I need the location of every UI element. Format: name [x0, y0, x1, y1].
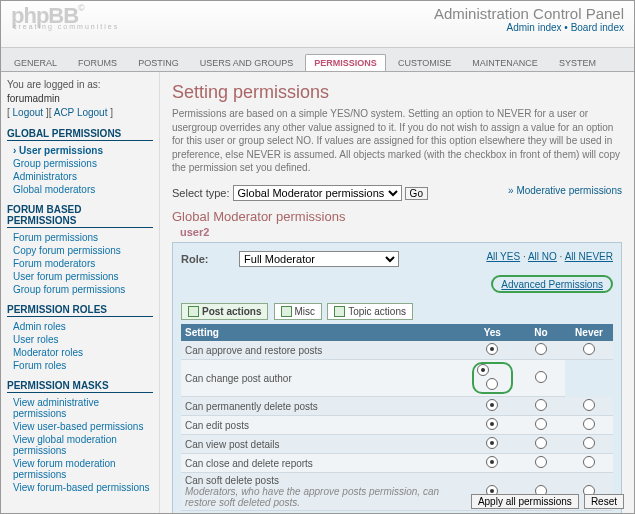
- sidebar-forum-permissions[interactable]: Forum permissions: [7, 231, 153, 244]
- radio-yes[interactable]: [486, 418, 498, 430]
- advanced-permissions-link[interactable]: Advanced Permissions: [501, 279, 603, 290]
- table-row: Can edit posts: [181, 416, 613, 435]
- sidebar-copy-forum-permissions[interactable]: Copy forum permissions: [7, 244, 153, 257]
- radio-yes[interactable]: [486, 399, 498, 411]
- sidebar-user-permissions[interactable]: User permissions: [7, 144, 153, 157]
- all-links: All YES · All NO · All NEVER: [486, 251, 613, 262]
- th-setting: Setting: [181, 324, 468, 341]
- sidebar-forum-roles[interactable]: Forum roles: [7, 359, 153, 372]
- permissions-panel: All YES · All NO · All NEVER Role: Full …: [172, 242, 622, 515]
- radio-never[interactable]: [583, 399, 595, 411]
- go-button[interactable]: Go: [405, 187, 428, 200]
- cat-permission-masks: PERMISSION MASKS: [7, 380, 153, 393]
- sidebar-forum-moderators[interactable]: Forum moderators: [7, 257, 153, 270]
- th-yes[interactable]: Yes: [468, 324, 517, 341]
- tab-users-groups[interactable]: USERS AND GROUPS: [191, 54, 303, 71]
- sidebar-view-forum-mod-perms[interactable]: View forum moderation permissions: [7, 457, 153, 481]
- all-no-link[interactable]: All NO: [528, 251, 557, 262]
- acp-logout-link[interactable]: ACP Logout: [54, 107, 108, 118]
- highlight-oval: [472, 362, 513, 394]
- role-label: Role:: [181, 253, 236, 265]
- sidebar-view-admin-perms[interactable]: View administrative permissions: [7, 396, 153, 420]
- role-select[interactable]: Full Moderator: [239, 251, 399, 267]
- checkbox-icon: [281, 306, 292, 317]
- sidebar-group-permissions[interactable]: Group permissions: [7, 157, 153, 170]
- table-row: Can approve and restore posts: [181, 341, 613, 360]
- table-row: Can permanently delete posts: [181, 397, 613, 416]
- subtab-post-actions[interactable]: Post actions: [181, 303, 268, 321]
- admin-index-link[interactable]: Admin index: [507, 22, 562, 33]
- sidebar-group-forum-permissions[interactable]: Group forum permissions: [7, 283, 153, 296]
- select-type-label: Select type:: [172, 187, 233, 199]
- radio-never[interactable]: [583, 437, 595, 449]
- moderative-permissions-link[interactable]: » Moderative permissions: [508, 185, 622, 196]
- radio-no[interactable]: [535, 437, 547, 449]
- subtab-misc[interactable]: Misc: [274, 303, 323, 321]
- th-never[interactable]: Never: [565, 324, 613, 341]
- section-heading: Global Moderator permissions: [172, 209, 622, 224]
- th-no[interactable]: No: [517, 324, 565, 341]
- tab-customise[interactable]: CUSTOMISE: [389, 54, 460, 71]
- sidebar-user-roles[interactable]: User roles: [7, 333, 153, 346]
- sidebar-view-global-mod-perms[interactable]: View global moderation permissions: [7, 433, 153, 457]
- sidebar-view-user-perms[interactable]: View user-based permissions: [7, 420, 153, 433]
- radio-no[interactable]: [486, 378, 498, 390]
- main-tabs: GENERAL FORUMS POSTING USERS AND GROUPS …: [1, 48, 634, 72]
- content-desc: Permissions are based on a simple YES/NO…: [172, 107, 622, 175]
- sidebar-user-forum-permissions[interactable]: User forum permissions: [7, 270, 153, 283]
- tab-system[interactable]: SYSTEM: [550, 54, 605, 71]
- cat-permission-roles: PERMISSION ROLES: [7, 304, 153, 317]
- radio-no[interactable]: [535, 343, 547, 355]
- radio-never[interactable]: [535, 371, 547, 383]
- user-label: user2: [180, 226, 622, 238]
- cat-forum-perms: FORUM BASED PERMISSIONS: [7, 204, 153, 228]
- table-row: Can change post author: [181, 360, 613, 397]
- radio-yes[interactable]: [486, 343, 498, 355]
- tab-maintenance[interactable]: MAINTENANCE: [463, 54, 547, 71]
- checkbox-icon: [334, 306, 345, 317]
- board-index-link[interactable]: Board index: [571, 22, 624, 33]
- radio-never[interactable]: [583, 418, 595, 430]
- advanced-oval: Advanced Permissions: [491, 275, 613, 293]
- login-info: You are logged in as: forumadmin [ Logou…: [7, 78, 153, 120]
- logo-subtitle: creating communities: [13, 23, 119, 30]
- logout-link[interactable]: Logout: [13, 107, 44, 118]
- sidebar-global-moderators[interactable]: Global moderators: [7, 183, 153, 196]
- content-heading: Setting permissions: [172, 82, 622, 103]
- radio-yes[interactable]: [486, 456, 498, 468]
- checkbox-icon: [188, 306, 199, 317]
- apply-all-permissions-button[interactable]: Apply all permissions: [471, 494, 579, 509]
- radio-no[interactable]: [535, 399, 547, 411]
- reset-button[interactable]: Reset: [584, 494, 624, 509]
- cat-global-perms: GLOBAL PERMISSIONS: [7, 128, 153, 141]
- sidebar-administrators[interactable]: Administrators: [7, 170, 153, 183]
- radio-no[interactable]: [535, 418, 547, 430]
- sidebar-moderator-roles[interactable]: Moderator roles: [7, 346, 153, 359]
- permissions-table: Setting Yes No Never Can approve and res…: [181, 324, 613, 511]
- subtab-topic-actions[interactable]: Topic actions: [327, 303, 413, 321]
- all-yes-link[interactable]: All YES: [486, 251, 520, 262]
- radio-never[interactable]: [583, 343, 595, 355]
- sidebar-view-forum-perms[interactable]: View forum-based permissions: [7, 481, 153, 494]
- tab-general[interactable]: GENERAL: [5, 54, 66, 71]
- radio-yes[interactable]: [486, 437, 498, 449]
- select-type[interactable]: Global Moderator permissions: [233, 185, 402, 201]
- tab-permissions[interactable]: PERMISSIONS: [305, 54, 386, 71]
- tab-forums[interactable]: FORUMS: [69, 54, 126, 71]
- radio-never[interactable]: [583, 456, 595, 468]
- table-row: Can close and delete reports: [181, 454, 613, 473]
- radio-yes[interactable]: [477, 364, 489, 376]
- all-never-link[interactable]: All NEVER: [565, 251, 613, 262]
- sidebar-admin-roles[interactable]: Admin roles: [7, 320, 153, 333]
- radio-no[interactable]: [535, 456, 547, 468]
- page-title: Administration Control Panel: [434, 5, 624, 22]
- tab-posting[interactable]: POSTING: [129, 54, 188, 71]
- table-row: Can view post details: [181, 435, 613, 454]
